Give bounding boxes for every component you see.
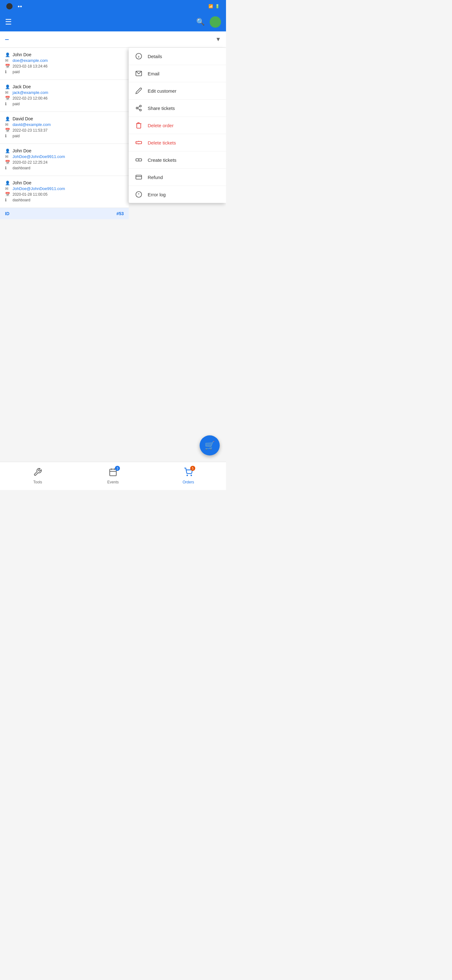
avatar[interactable] <box>210 16 221 28</box>
calendar-icon: 📅 <box>5 64 10 68</box>
edit-customer-icon <box>135 88 143 94</box>
content-area: 👤 John Doe ✉ doe@example.com 📅 2023-02-1… <box>0 48 226 219</box>
calendar-icon: 📅 <box>5 192 10 197</box>
svg-line-8 <box>138 107 140 108</box>
event-selector[interactable]: ▼ <box>0 32 226 48</box>
create-tickets-label: Create tickets <box>147 158 176 163</box>
order-item[interactable]: 👤 John Doe ✉ JohDoe@JohnDoe9911.com 📅 20… <box>0 176 129 208</box>
order-date: 2023-02-18 13:24:46 <box>13 64 48 68</box>
order-status: dashboard <box>13 198 30 202</box>
fab-button[interactable]: 🛒 <box>200 435 220 455</box>
status-icon: ℹ <box>5 165 10 170</box>
order-item[interactable]: 👤 David Doe ✉ david@example.com 📅 2022-0… <box>0 112 129 144</box>
email-icon: ✉ <box>5 186 10 191</box>
menu-item-error-log[interactable]: Error log <box>129 186 226 203</box>
calendar-icon: 📅 <box>5 96 10 100</box>
svg-rect-19 <box>110 469 116 476</box>
delete-tickets-icon <box>135 139 143 146</box>
order-name: David Doe <box>13 116 33 121</box>
order-date: 2022-02-23 12:00:46 <box>13 96 48 100</box>
delete-tickets-label: Delete tickets <box>147 140 176 145</box>
email-icon: ✉ <box>5 122 10 127</box>
order-email: doe@example.com <box>13 58 48 63</box>
tools-nav-icon <box>33 468 42 479</box>
order-item[interactable]: 👤 Jack Doe ✉ jack@example.com 📅 2022-02-… <box>0 80 129 112</box>
svg-point-23 <box>187 475 187 476</box>
nav-item-orders[interactable]: 5 Orders <box>151 468 226 484</box>
orders-nav-icon: 5 <box>184 468 193 479</box>
delete-order-icon <box>135 122 143 129</box>
wifi-icon: 📶 <box>208 4 213 8</box>
order-name: Jack Doe <box>13 84 31 89</box>
orders-nav-label: Orders <box>183 480 194 484</box>
search-icon[interactable]: 🔍 <box>196 18 205 26</box>
svg-rect-14 <box>136 175 141 179</box>
menu-item-email[interactable]: Email <box>129 65 226 82</box>
person-icon: 👤 <box>5 116 10 121</box>
status-icon: ℹ <box>5 197 10 202</box>
pagination-bar: ID #53 <box>0 208 129 219</box>
person-icon: 👤 <box>5 181 10 185</box>
email-icon: ✉ <box>5 154 10 159</box>
order-status: dashboard <box>13 166 30 170</box>
hamburger-icon[interactable]: ☰ <box>5 18 12 26</box>
menu-item-details[interactable]: Details <box>129 48 226 65</box>
order-status: paid <box>13 102 20 106</box>
events-nav-label: Events <box>107 480 119 484</box>
menu-item-delete-order[interactable]: Delete order <box>129 117 226 134</box>
event-badge <box>5 39 9 40</box>
context-menu: Details Email Edit customer Share ticket… <box>129 48 226 203</box>
menu-item-share-tickets[interactable]: Share tickets <box>129 100 226 117</box>
order-email: jack@example.com <box>13 90 48 95</box>
app-bar: ☰ 🔍 <box>0 13 226 32</box>
error-log-icon <box>135 191 143 198</box>
svg-point-5 <box>136 107 138 109</box>
person-icon: 👤 <box>5 84 10 89</box>
order-email: JohDoe@JohnDoe9911.com <box>13 154 65 159</box>
events-badge: 3 <box>115 466 120 471</box>
refund-icon <box>135 174 143 181</box>
menu-item-refund[interactable]: Refund <box>129 169 226 186</box>
nav-item-tools[interactable]: Tools <box>0 468 75 484</box>
person-icon: 👤 <box>5 149 10 153</box>
order-name: John Doe <box>13 180 32 185</box>
order-list: 👤 John Doe ✉ doe@example.com 📅 2023-02-1… <box>0 48 129 219</box>
menu-item-delete-tickets[interactable]: Delete tickets <box>129 134 226 151</box>
email-icon <box>135 70 143 77</box>
delete-order-label: Delete order <box>147 123 174 128</box>
dropdown-arrow-icon: ▼ <box>215 36 221 43</box>
menu-item-edit-customer[interactable]: Edit customer <box>129 82 226 100</box>
signal-icon: ●● <box>17 4 22 8</box>
details-label: Details <box>147 54 162 59</box>
error-log-label: Error log <box>147 192 166 197</box>
email-icon: ✉ <box>5 58 10 63</box>
order-item[interactable]: 👤 John Doe ✉ doe@example.com 📅 2023-02-1… <box>0 48 129 80</box>
status-icon: ℹ <box>5 102 10 106</box>
calendar-icon: 📅 <box>5 160 10 165</box>
order-name: John Doe <box>13 148 32 153</box>
orders-badge: 5 <box>190 466 195 471</box>
order-email: JohDoe@JohnDoe9911.com <box>13 186 65 191</box>
order-name: John Doe <box>13 52 32 57</box>
nav-item-events[interactable]: 3 Events <box>75 468 151 484</box>
bottom-nav: Tools 3 Events 5 Orders <box>0 462 226 490</box>
svg-point-24 <box>191 475 192 476</box>
calendar-icon: 📅 <box>5 128 10 132</box>
details-icon <box>135 53 143 60</box>
create-tickets-icon <box>135 156 143 163</box>
status-icon: ℹ <box>5 69 10 74</box>
menu-item-create-tickets[interactable]: Create tickets <box>129 151 226 169</box>
status-bar: ●● 📶 🔋 <box>0 0 226 13</box>
battery-icon: 🔋 <box>215 4 220 8</box>
email-icon: ✉ <box>5 90 10 95</box>
order-date: 2020-01-28 11:00:05 <box>13 192 48 197</box>
pagination-id: ID <box>5 211 10 216</box>
pagination-num: #53 <box>116 211 124 216</box>
order-status: paid <box>13 70 20 74</box>
tools-nav-label: Tools <box>33 480 42 484</box>
order-date: 2022-02-23 11:53:37 <box>13 128 48 132</box>
svg-line-7 <box>138 108 140 110</box>
order-item[interactable]: 👤 John Doe ✉ JohDoe@JohnDoe9911.com 📅 20… <box>0 144 129 176</box>
email-label: Email <box>147 71 159 76</box>
order-status: paid <box>13 134 20 138</box>
